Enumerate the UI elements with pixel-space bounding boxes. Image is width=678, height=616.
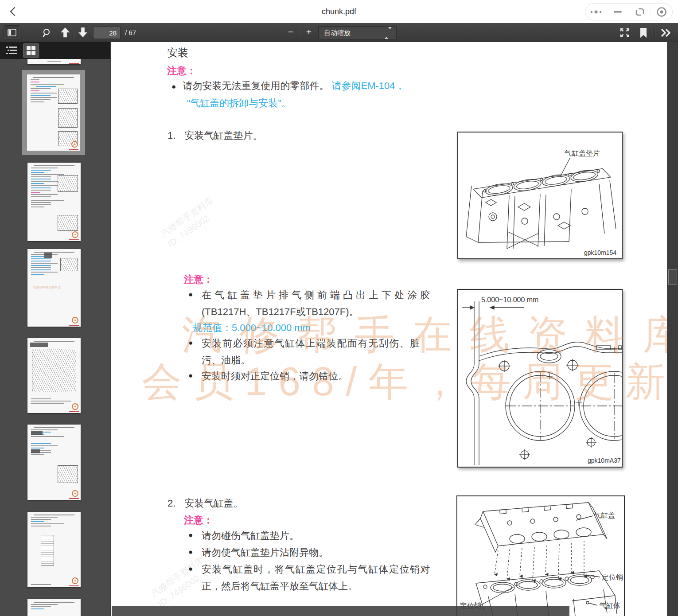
zoom-out-button[interactable]: −	[285, 27, 296, 37]
outline-view-button[interactable]	[4, 43, 19, 58]
note-label-1: 注意：	[167, 64, 196, 78]
figure1-code: gpk10m154	[584, 249, 616, 256]
pdf-viewer-window: chunk.pdf	[0, 0, 678, 616]
bullet-icon: ●	[171, 82, 176, 91]
note2-item3: 安装时须对正定位销，请勿错位。	[202, 370, 348, 383]
thumbnail-page-34-partial[interactable]	[27, 599, 81, 616]
figure-cylinder-head-install: 气缸盖 定位销 气缸体 定位销	[456, 495, 625, 616]
page-count-label: / 67	[125, 29, 136, 36]
note1-item-text: 请勿安装无法重复使用的零部件。	[183, 80, 329, 91]
thumbnail-page-27-partial[interactable]	[27, 59, 81, 64]
sidebar-header	[0, 42, 111, 59]
scrollbar-thumb[interactable]	[668, 269, 677, 285]
pdf-toolbar: / 67 − + 自动缩放	[0, 23, 678, 42]
note2-item1-line2: (TB1217H、TB1217F或TB1207F)。	[202, 305, 359, 319]
bullet-icon: ●	[188, 548, 193, 557]
thumbnails-sidebar: 汽修帮手在线资料库	[0, 42, 111, 616]
pdf-page: 安装 注意： ● 请勿安装无法重复使用的零部件。 请参阅EM-104， “气缸盖…	[111, 42, 667, 616]
note2-item1-line1: 在气缸盖垫片排气侧前端凸出上下处涂胶	[202, 289, 433, 302]
note3-item1: 请勿碰伤气缸盖垫片。	[202, 529, 299, 542]
minimize-icon	[613, 10, 622, 14]
figure3-label-head: 气缸盖	[594, 511, 615, 519]
note-label-3: 注意：	[184, 514, 213, 527]
restore-button[interactable]	[629, 7, 651, 17]
bullet-icon: ●	[188, 531, 193, 540]
vertical-scrollbar[interactable]	[667, 42, 678, 616]
see-also-link-line2[interactable]: “气缸盖的拆卸与安装”。	[187, 97, 291, 110]
note3-item3-line2: 正，然后将气缸盖平放至气缸体上。	[202, 580, 358, 593]
search-icon	[42, 28, 52, 38]
note3-item2: 请勿使气缸盖垫片沾附异物。	[202, 546, 328, 559]
dropdown-arrows-icon	[385, 29, 392, 37]
arrow-down-icon	[78, 27, 88, 38]
figure2-dimension-label: 5.000~10.000 mm	[481, 296, 538, 304]
step1-number: 1.	[168, 130, 175, 141]
bottom-overlay-bar	[112, 606, 569, 616]
previous-page-button[interactable]	[59, 26, 71, 39]
figure-gasket-dimension: 5.000~10.000 mm gpk10mA37	[457, 289, 623, 468]
step2-number: 2.	[168, 498, 175, 509]
target-circle-icon	[656, 6, 667, 18]
figure2-code: gpk10mA37	[588, 457, 621, 464]
step1-text: 安装气缸盖垫片。	[184, 130, 262, 141]
thumbnail-view-button[interactable]	[23, 43, 39, 58]
bullet-icon: ●	[188, 371, 193, 380]
section-heading: 安装	[167, 46, 188, 60]
arrow-up-icon	[60, 27, 70, 38]
sidebar-toggle-button[interactable]	[4, 25, 20, 39]
figure3-label-pin-right: 定位销	[601, 573, 623, 581]
thumbnail-page-28-selected[interactable]	[22, 70, 85, 155]
search-button[interactable]	[41, 27, 53, 39]
toolbar-more-button[interactable]	[659, 27, 674, 39]
document-title: chunk.pdf	[0, 7, 678, 16]
outline-list-icon	[6, 46, 17, 55]
zoom-level-value: 自动缩放	[324, 29, 351, 37]
figure3-label-block: 气缸体	[599, 602, 620, 609]
note-label-2: 注意：	[184, 273, 213, 286]
titlebar: chunk.pdf	[0, 0, 678, 23]
step2-text: 安装气缸盖。	[184, 498, 243, 509]
fullscreen-arrows-icon	[620, 27, 630, 38]
close-button[interactable]	[651, 7, 672, 17]
bullet-icon: ●	[188, 339, 193, 347]
bullet-icon: ●	[188, 565, 193, 573]
thumbnail-grid-icon	[26, 46, 36, 55]
bullet-icon: ●	[188, 290, 193, 299]
figure1-callout-label: 气缸盖垫片	[565, 149, 600, 157]
more-options-button[interactable]	[585, 7, 607, 17]
more-dots-icon	[589, 9, 603, 15]
window-controls	[585, 3, 673, 20]
double-chevron-icon	[660, 28, 672, 38]
bookmark-icon	[639, 27, 647, 38]
see-also-link[interactable]: 请参阅EM-104，	[332, 80, 405, 91]
sidebar-toggle-icon	[8, 29, 16, 36]
presentation-mode-button[interactable]	[618, 27, 631, 39]
thumbnail-page-32[interactable]	[27, 425, 81, 500]
watermark-id-stamp: 汽修帮手资料库ID: 7496002	[158, 194, 223, 250]
thumbnail-page-29[interactable]	[27, 163, 81, 241]
thumbnail-page-30[interactable]: 汽修帮手在线资料库	[27, 249, 81, 327]
thumbnail-page-33[interactable]	[27, 512, 81, 587]
note2-item2-line1: 安装前必须注意气缸体上端装配面有无刮伤、脏	[202, 337, 421, 350]
thumbnail-page-28[interactable]	[27, 74, 80, 151]
minimize-button[interactable]	[607, 7, 628, 17]
figure-head-gasket-install: 气缸盖垫片 gpk10m154	[457, 132, 623, 259]
spec-value: 规范值：5.000~10.000 mm	[193, 321, 311, 335]
bookmark-button[interactable]	[637, 27, 650, 39]
thumbnail-page-31[interactable]	[27, 338, 81, 413]
restore-window-icon	[635, 7, 645, 17]
zoom-level-dropdown[interactable]: 自动缩放	[318, 26, 397, 39]
zoom-in-button[interactable]: +	[303, 27, 315, 37]
note2-item2-line2: 污、油脂。	[202, 354, 250, 367]
page-number-input[interactable]	[93, 27, 121, 39]
next-page-button[interactable]	[77, 26, 89, 39]
note3-item3-line1: 安装气缸盖时，将气缸盖定位孔与气缸体定位销对	[202, 563, 431, 576]
